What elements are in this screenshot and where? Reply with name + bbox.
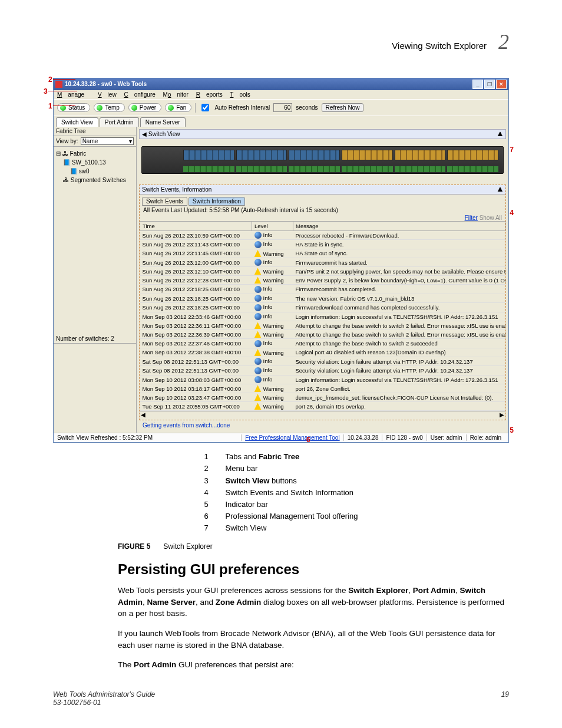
switch-graphic[interactable] [141,146,504,174]
callout-1: 1 [48,102,52,110]
indicator-bar: Switch View Refreshed : 5:52:32 PM Free … [54,433,508,442]
app-window: 10.24.33.28 - sw0 - Web Tools _ ❐ ✕ Mana… [53,78,509,443]
chevron-down-icon: ▾ [129,138,132,144]
table-row[interactable]: Sun Aug 26 2012 23:18:25 GMT+00:00InfoTh… [140,294,505,302]
page-footer: Web Tools Administrator's Guide53-100275… [53,690,509,707]
switch-view-toolbar: Status Temp Power Fan Auto Refresh Inter… [54,99,508,116]
table-row[interactable]: Sun Aug 26 2012 23:11:45 GMT+00:00Warnin… [140,249,505,258]
power-button[interactable]: Power [128,103,161,112]
callout-2: 2 [48,75,52,84]
tab-switch-information[interactable]: Switch Information [189,197,245,206]
tree-node-sw0[interactable]: 📘 sw0 [70,167,134,176]
showall-text: Show All [480,215,502,221]
menu-manage[interactable]: Manage [57,91,90,98]
minimize-icon[interactable]: _ [472,80,483,89]
refresh-now-button[interactable]: Refresh Now [322,103,364,112]
role-cell: Role: admin [466,434,505,441]
collapse-icon[interactable]: ⯅ [497,186,503,193]
callout-6: 6 [306,436,310,444]
power-led-icon [131,105,137,111]
ip-cell: 10.24.33.28 [343,434,382,441]
title-bar: 10.24.33.28 - sw0 - Web Tools _ ❐ ✕ [54,78,508,90]
temp-button[interactable]: Temp [94,103,124,112]
menu-view[interactable]: View [98,91,117,98]
menu-bar: Manage View Configure Monitor Reports To… [54,90,508,99]
table-row[interactable]: Tue Sep 11 2012 20:55:05 GMT+00:00Warnin… [140,402,505,411]
free-pmt-link[interactable]: Free Professional Management Tool [241,434,343,441]
table-row[interactable]: Sun Aug 26 2012 23:12:00 GMT+00:00InfoFi… [140,258,505,266]
col-message[interactable]: Message [293,222,505,231]
switches-count: Number of switches: 2 [54,334,136,344]
fan-button[interactable]: Fan [165,103,191,112]
switch-view-panel-header: ◀ Switch View ⯅ [139,129,506,139]
col-time[interactable]: Time [140,222,252,231]
viewby-select[interactable]: Name▾ [81,137,134,145]
section-heading: Persisting GUI preferences [118,561,509,578]
header-section-title: Viewing Switch Explorer [392,41,487,51]
status-button[interactable]: Status [57,103,90,112]
col-level[interactable]: Level [252,222,293,231]
figure-5-container: 2 3 1 7 4 5 10.24.33.28 - sw0 - Web Tool… [53,78,509,443]
autorefresh-value[interactable]: 60 [273,103,292,112]
table-row[interactable]: Mon Sep 10 2012 03:08:03 GMT+00:00InfoLo… [140,375,505,384]
fan-led-icon [168,105,174,111]
app-icon [55,81,62,88]
paragraph-2: If you launch WebTools from Brocade Netw… [118,628,509,651]
table-row[interactable]: Mon Sep 10 2012 03:18:17 GMT+00:00Warnin… [140,384,505,393]
autorefresh-unit: seconds [296,104,318,111]
menu-monitor[interactable]: Monitor [163,91,189,98]
events-section-label: Switch Events, Information [142,186,211,193]
table-row[interactable]: Sat Sep 08 2012 22:51:13 GMT+00:00InfoSe… [140,357,505,365]
events-table: Time Level Message Sun Aug 26 2012 23:10… [140,221,505,411]
status-text: Getting events from switch...done [139,420,506,430]
maximize-icon[interactable]: ❐ [484,80,495,89]
tree-root[interactable]: ⊟ 🖧 Fabric [56,149,134,158]
events-meta-text: All Events Last Updated: 5:52:58 PM (Aut… [140,206,505,215]
filter-link[interactable]: Filter [465,215,478,221]
table-row[interactable]: Sun Aug 26 2012 23:12:28 GMT+00:00Warnin… [140,276,505,285]
menu-configure[interactable]: Configure [124,91,155,98]
close-icon[interactable]: ✕ [496,80,507,89]
fabric-tree: ⊟ 🖧 Fabric 📘 SW_5100.13 📘 sw0 🖧 Segmente… [54,147,136,187]
paragraph-1: Web Tools persists your GUI preferences … [118,585,509,620]
table-row[interactable]: Sun Aug 26 2012 23:12:10 GMT+00:00Warnin… [140,267,505,276]
tab-switch-view[interactable]: Switch View [56,117,98,127]
menu-tools[interactable]: Tools [230,91,250,98]
table-row[interactable]: Mon Sep 03 2012 22:33:46 GMT+00:00InfoLo… [140,312,505,321]
paragraph-3: The Port Admin GUI preferences that pers… [118,659,509,671]
fabric-tree-panel: Fabric Tree View by: Name▾ ⊟ 🖧 Fabric 📘 … [54,127,137,433]
figure-caption: FIGURE 5Switch Explorer [118,542,509,551]
table-row[interactable]: Sun Aug 26 2012 23:18:25 GMT+00:00InfoFi… [140,285,505,294]
menu-reports[interactable]: Reports [196,91,223,98]
collapse-icon[interactable]: ⯅ [497,131,503,137]
table-row[interactable]: Sun Aug 26 2012 23:10:59 GMT+00:00InfoPr… [140,231,505,240]
table-row[interactable]: Mon Sep 03 2012 22:37:46 GMT+00:00InfoAt… [140,339,505,348]
fabric-tree-label: Fabric Tree [54,127,136,136]
autorefresh-checkbox[interactable] [201,104,209,111]
horizontal-scrollbar[interactable]: ◀▶ [140,411,505,420]
bottom-refresh-text: Switch View Refreshed : 5:52:32 PM [57,434,153,441]
tab-switch-events[interactable]: Switch Events [142,197,187,206]
table-row[interactable]: Mon Sep 03 2012 22:38:38 GMT+00:00Warnin… [140,348,505,357]
callout-3: 3 [44,87,48,95]
tab-port-admin[interactable]: Port Admin [100,117,139,127]
table-row[interactable]: Sat Sep 08 2012 22:51:13 GMT+00:00InfoSe… [140,366,505,375]
callout-5: 5 [510,426,514,434]
viewby-label: View by: [56,138,78,144]
table-row[interactable]: Mon Sep 03 2012 22:36:11 GMT+00:00Warnin… [140,321,505,330]
chapter-number: 2 [498,29,509,54]
tree-node-sw5100[interactable]: 📘 SW_5100.13 [63,158,134,167]
table-row[interactable]: Sun Aug 26 2012 23:11:43 GMT+00:00InfoHA… [140,240,505,249]
user-cell: User: admin [427,434,466,441]
window-title: 10.24.33.28 - sw0 - Web Tools [65,81,147,87]
autorefresh-label: Auto Refresh Interval [214,104,270,111]
table-row[interactable]: Mon Sep 10 2012 03:23:47 GMT+00:00Warnin… [140,393,505,402]
fid-cell: FID 128 - sw0 [382,434,426,441]
temp-led-icon [97,105,103,111]
tree-node-segmented[interactable]: 🖧 Segmented Switches [63,176,134,185]
table-row[interactable]: Sun Aug 26 2012 23:18:25 GMT+00:00InfoFi… [140,303,505,312]
figure-legend: 1Tabs and Fabric Tree 2Menu bar 3Switch … [204,451,358,534]
main-tabs: Switch View Port Admin Name Server [54,116,508,127]
tab-name-server[interactable]: Name Server [140,117,186,127]
table-row[interactable]: Mon Sep 03 2012 22:36:39 GMT+00:00Warnin… [140,330,505,339]
